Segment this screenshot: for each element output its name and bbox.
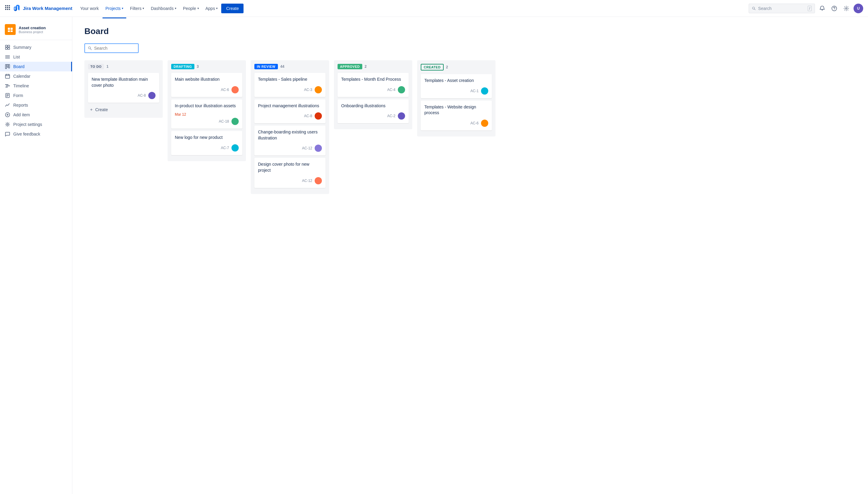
board-card[interactable]: New logo for new product AC-7 <box>171 131 242 155</box>
board-search-box[interactable] <box>85 43 138 53</box>
board-card[interactable]: Design cover photo for new project AC-12 <box>254 158 326 188</box>
help-button[interactable] <box>829 4 839 13</box>
gear-icon <box>844 6 849 11</box>
card-title: New logo for new product <box>175 135 239 141</box>
column-header: APPROVED 2 <box>337 64 409 69</box>
project-info: Asset creation Business project <box>19 25 46 34</box>
plus-icon: ＋ <box>89 107 93 112</box>
board-card[interactable]: Templates - Website design process AC-6 <box>421 101 492 130</box>
svg-point-42 <box>7 124 8 125</box>
board-card[interactable]: Main website illustration AC-6 <box>171 73 242 97</box>
add-create-button[interactable]: ＋Create <box>88 105 159 114</box>
card-avatar <box>315 112 322 119</box>
sidebar-item-board[interactable]: Board <box>0 62 72 71</box>
svg-rect-16 <box>8 31 10 32</box>
dashboards-chevron-icon: ▾ <box>175 7 176 10</box>
sidebar-item-label: Reports <box>13 103 28 108</box>
help-icon <box>832 6 837 11</box>
project-icon <box>5 24 16 35</box>
svg-rect-6 <box>5 9 6 10</box>
projects-chevron-icon: ▾ <box>122 7 123 10</box>
sidebar-item-form[interactable]: Form <box>0 91 72 100</box>
sidebar-item-reports[interactable]: Reports <box>0 100 72 110</box>
nav-people[interactable]: People ▾ <box>180 4 202 13</box>
board-card[interactable]: Templates - Month End Process AC-4 <box>337 73 409 97</box>
nav-dashboards[interactable]: Dashboards ▾ <box>148 4 179 13</box>
sidebar-item-label: Add item <box>13 112 30 117</box>
svg-rect-19 <box>8 45 10 47</box>
sidebar-item-add-item[interactable]: Add item <box>0 110 72 119</box>
bell-icon <box>819 6 825 11</box>
board-card[interactable]: Project management illustrations AC-8 <box>254 99 326 124</box>
main-navigation: Your work Projects ▾ Filters ▾ Dashboard… <box>77 4 746 13</box>
nav-your-work[interactable]: Your work <box>77 4 102 13</box>
nav-apps[interactable]: Apps ▾ <box>203 4 221 13</box>
reports-icon <box>5 103 10 108</box>
topnav-right-actions: / U <box>749 4 863 13</box>
board-columns: TO DO 1 New template illustration main c… <box>85 60 856 194</box>
board-card[interactable]: Onboarding illustrations AC-2 <box>337 99 409 124</box>
board-card[interactable]: New template illustration main cover pho… <box>88 73 159 103</box>
card-id: AC-12 <box>302 146 312 150</box>
user-avatar[interactable]: U <box>853 4 863 13</box>
form-icon <box>5 93 10 98</box>
svg-point-12 <box>834 10 834 10</box>
column-label: IN REVIEW <box>254 64 278 69</box>
card-id: AC-1 <box>470 89 479 93</box>
svg-rect-25 <box>5 64 7 69</box>
board-card[interactable]: In-product tour illustration assets Mar … <box>171 99 242 129</box>
settings-icon <box>5 122 10 127</box>
card-avatar <box>232 86 239 93</box>
grid-icon[interactable] <box>5 5 10 12</box>
app-logo[interactable]: Jira Work Management <box>14 5 72 12</box>
card-footer: AC-12 <box>258 145 322 152</box>
summary-icon <box>5 45 10 50</box>
card-footer: AC-4 <box>341 86 405 93</box>
notifications-button[interactable] <box>817 4 827 13</box>
create-button[interactable]: Create <box>221 4 243 13</box>
card-footer: AC-8 <box>92 92 155 99</box>
card-avatar <box>481 87 488 95</box>
card-footer: AC-6 <box>175 86 239 93</box>
calendar-icon <box>5 74 10 79</box>
board-page-title: Board <box>85 26 856 36</box>
card-avatar <box>398 112 405 119</box>
sidebar-item-project-settings[interactable]: Project settings <box>0 119 72 129</box>
svg-rect-14 <box>8 28 10 30</box>
card-footer: AC-3 <box>258 86 322 93</box>
sidebar-item-list[interactable]: List <box>0 52 72 62</box>
svg-rect-18 <box>5 45 7 47</box>
sidebar-item-timeline[interactable]: Timeline <box>0 81 72 91</box>
column-count: 3 <box>197 64 199 69</box>
sidebar-item-calendar[interactable]: Calendar <box>0 71 72 81</box>
card-title: Change-boarding existing users illustrat… <box>258 129 322 141</box>
board-card[interactable]: Templates - Asset creation AC-1 <box>421 74 492 98</box>
card-title: Onboarding illustrations <box>341 103 405 109</box>
sidebar-project-header: Asset creation Business project <box>0 22 72 40</box>
project-type: Business project <box>19 30 46 34</box>
sidebar-navigation: Summary List Board Calendar Timeline For… <box>0 42 72 139</box>
sidebar-item-summary[interactable]: Summary <box>0 42 72 52</box>
svg-rect-2 <box>9 5 10 6</box>
search-input[interactable] <box>758 6 805 11</box>
column-count: 44 <box>280 64 284 69</box>
card-id: AC-3 <box>304 88 312 92</box>
card-due-date: Mar 12 <box>175 112 239 117</box>
search-box[interactable]: / <box>749 4 815 13</box>
sidebar-item-give-feedback[interactable]: Give feedback <box>0 129 72 139</box>
column-header: DRAFTING 3 <box>171 64 242 69</box>
sidebar-item-label: Form <box>13 93 23 98</box>
card-title: Project management illustrations <box>258 103 322 109</box>
nav-filters[interactable]: Filters ▾ <box>127 4 147 13</box>
board-card[interactable]: Templates - Sales pipeline AC-3 <box>254 73 326 97</box>
card-id: AC-4 <box>387 88 395 92</box>
svg-rect-1 <box>7 5 8 6</box>
board-search-input[interactable] <box>94 46 135 51</box>
nav-projects[interactable]: Projects ▾ <box>103 4 127 13</box>
card-avatar <box>232 144 239 152</box>
settings-button[interactable] <box>842 4 851 13</box>
column-header: TO DO 1 <box>88 64 159 69</box>
board-card[interactable]: Change-boarding existing users illustrat… <box>254 126 326 155</box>
board-column-inreview: IN REVIEW 44 Templates - Sales pipeline … <box>251 60 329 194</box>
card-id: AC-6 <box>221 88 229 92</box>
